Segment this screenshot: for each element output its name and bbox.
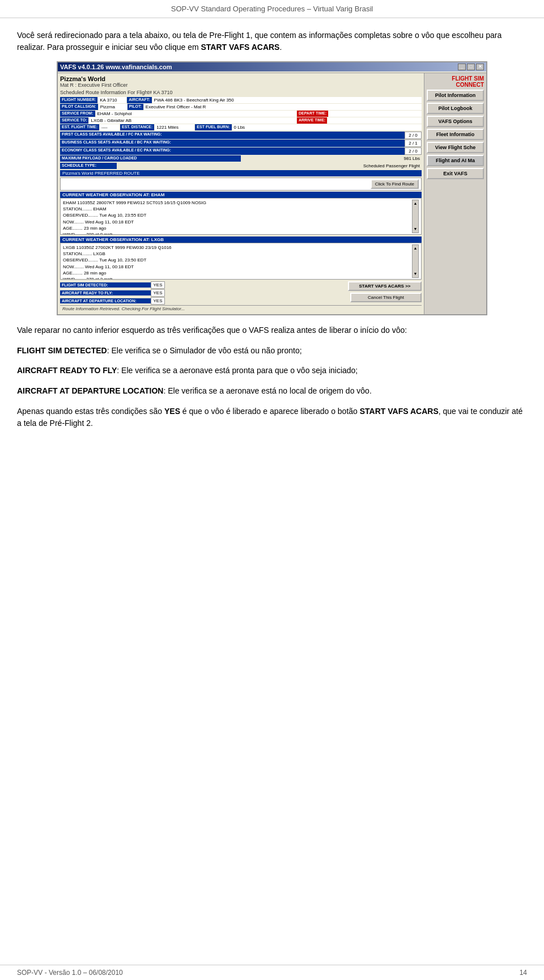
weather-lxgb-header: CURRENT WEATHER OBSERVATION AT: LXGB [60,236,422,243]
exit-vafs-button[interactable]: Exit VAFS [427,168,484,179]
est-flight-value: ---- [100,124,120,130]
header-title: SOP-VV Standard Operating Procedures – V… [171,5,373,13]
scroll-down-icon-2[interactable]: ▼ [413,271,418,277]
weather-lxgb-box: LXGB 110350Z 27002KT 9999 FEW030 23/19 Q… [60,243,422,280]
start-vafs-button[interactable]: START VAFS ACARS >> [348,281,422,291]
vafs-title-text: VAFS v4.0.1.26 www.vafinancials.com [60,64,172,70]
service-to-value: LXGB - Gibraltar AB [89,117,296,124]
user-name: Pizzma's World [60,75,422,82]
vafs-titlebar: VAFS v4.0.1.26 www.vafinancials.com _ □ … [58,62,486,71]
footer-right: 14 [520,969,527,977]
pilot-label: PILOT: [128,104,143,110]
find-route-button[interactable]: Click To Find Route [371,179,419,189]
weather-eham-text: EHAM 110355Z 28007KT 9999 FEW012 SCT015 … [63,200,412,233]
fleet-information-button[interactable]: Fleet Informatio [427,129,484,140]
flight-sim-check-row: FLIGHT SIM DETECTED: YES [60,281,346,289]
flight-number-value: KA 3710 [98,97,126,103]
aircraft-location-check-row: AIRCRAFT AT DEPARTURE LOCATION: YES [60,297,346,305]
service-from-value: EHAM - Schiphol [96,111,297,117]
route-box: Click To Find Route [60,178,422,191]
aircraft-ready-check-row: AIRCRAFT READY TO FLY: YES [60,289,346,297]
flight-info-title: Scheduled Route Information For Flight# … [60,90,422,95]
page-footer: SOP-VV - Versão 1.0 – 06/08/2010 14 [0,965,544,980]
aircraft-label: AIRCRAFT: [127,97,151,103]
pilot-information-button[interactable]: Pilot Information [427,90,484,101]
weather-lxgb-text: LXGB 110350Z 27002KT 9999 FEW030 23/19 Q… [63,244,412,278]
economy-class-value: 2 / 0 [405,147,422,155]
flight-sim-connect-label: FLIGHT SIM CONNECT [427,75,484,88]
service-to-label: SERVICE TO: [60,117,88,124]
aircraft-ready-check-value: YES [151,289,165,297]
est-flight-label: EST. FLIGHT TIME: [60,124,99,130]
maximize-button[interactable]: □ [467,64,475,70]
first-class-value: 2 / 0 [405,132,422,139]
business-class-label: BUSINESS CLASS SEATS AVAILABLE / BC PAX … [60,140,405,147]
depart-time-label: DEPART TIME: [297,111,328,117]
pilot-row: PILOT CALLSIGN: Pizzma PILOT: Executive … [60,104,422,110]
aircraft-location-check-value: YES [151,297,165,305]
pilot-logbook-button[interactable]: Pilot Logbook [427,103,484,114]
max-payload-value: 981 Lbs [241,155,422,162]
depart-time-value [329,111,422,117]
weather-eham-section: CURRENT WEATHER OBSERVATION AT: EHAM EHA… [60,192,422,235]
arrive-time-label: ARRIVE TIME: [297,117,327,124]
close-button[interactable]: ✕ [476,64,484,70]
body-section-aircraft-location: AIRCRAFT AT DEPARTURE LOCATION: Ele veri… [17,385,527,398]
economy-class-row: ECONOMY CLASS SEATS AVAILABLE / EC PAX W… [60,147,422,155]
intro-paragraph: Você será redirecionado para a tela abai… [17,29,527,53]
cancel-flight-button[interactable]: Cancel This Flight [350,293,422,302]
est-fuel-value: 0 Lbs [232,124,422,130]
pilot-callsign-value: Pizzma [99,104,127,110]
first-class-label: FIRST CLASS SEATS AVAILABLE / FC PAX WAI… [60,132,405,139]
vafs-body: Pizzma's World Mat R : Executive First O… [58,73,486,314]
pilot-callsign-label: PILOT CALLSIGN: [60,104,98,110]
first-class-row: FIRST CLASS SEATS AVAILABLE / FC PAX WAI… [60,132,422,139]
flight-number-label: FLIGHT NUMBER: [60,97,97,103]
titlebar-controls: _ □ ✕ [458,64,484,70]
footer-left: SOP-VV - Versão 1.0 – 06/08/2010 [17,969,123,977]
est-distance-value: 1221 Miles [155,124,194,130]
weather-eham-scrollbar[interactable]: ▲ ▼ [412,200,419,233]
weather-lxgb-scrollbar[interactable]: ▲ ▼ [412,244,419,278]
status-bar: Route Information Retrieved. Checking Fo… [60,305,422,312]
aircraft-location-check-label: AIRCRAFT AT DEPARTURE LOCATION: [60,298,151,303]
checks-section: FLIGHT SIM DETECTED: YES AIRCRAFT READY … [60,281,422,305]
weather-lxgb-section: CURRENT WEATHER OBSERVATION AT: LXGB LXG… [60,236,422,280]
flight-aircraft-row: FLIGHT NUMBER: KA 3710 AIRCRAFT: PWA 486… [60,97,422,103]
minimize-button[interactable]: _ [458,64,466,70]
page-header: SOP-VV Standard Operating Procedures – V… [0,0,544,18]
checks-left: FLIGHT SIM DETECTED: YES AIRCRAFT READY … [60,281,346,305]
user-role: Mat R : Executive First Officer [60,82,422,88]
body-section-flight-sim: FLIGHT SIM DETECTED: Ele verifica se o S… [17,345,527,357]
business-class-value: 2 / 1 [405,140,422,147]
pilot-value: Executive First Officer - Mat R [144,104,422,110]
max-payload-label: MAXIMUM PAYLOAD / CARGO LOADED [60,155,241,162]
vafs-main: Pizzma's World Mat R : Executive First O… [58,73,424,314]
schedule-type-row: SCHEDULE TYPE: Scheduled Passenger Fligh… [60,163,422,169]
schedule-type-label: SCHEDULE TYPE: [60,163,117,169]
vafs-options-button[interactable]: VAFS Options [427,116,484,127]
business-class-row: BUSINESS CLASS SEATS AVAILABLE / BC PAX … [60,140,422,147]
body-section-aircraft-ready: AIRCRAFT READY TO FLY: Ele verifica se a… [17,365,527,377]
body-section-1: Vale reparar no canto inferior esquerdo … [17,324,527,337]
weather-eham-box: EHAM 110355Z 28007KT 9999 FEW012 SCT015 … [60,198,422,235]
est-fuel-label: EST FUEL BURN: [195,124,231,130]
weather-eham-header: CURRENT WEATHER OBSERVATION AT: EHAM [60,192,422,198]
service-from-label: SERVICE FROM: [60,111,95,117]
economy-class-label: ECONOMY CLASS SEATS AVAILABLE / EC PAX W… [60,147,405,155]
aircraft-ready-check-label: AIRCRAFT READY TO FLY: [60,290,151,295]
scroll-up-icon-2[interactable]: ▲ [413,245,418,252]
flight-ai-map-button[interactable]: Flight and AI Ma [427,155,484,166]
vafs-window: VAFS v4.0.1.26 www.vafinancials.com _ □ … [57,61,487,315]
est-distance-label: EST. DISTANCE: [120,124,154,130]
aircraft-value: PWA 486 BK3 - Beechcraft King Air 350 [152,97,422,103]
arrive-time-value [328,117,422,124]
scroll-up-icon[interactable]: ▲ [413,200,418,207]
checks-right: START VAFS ACARS >> Cancel This Flight [348,281,422,302]
view-flight-schedule-button[interactable]: View Flight Sche [427,142,484,153]
content-area: Você será redirecionado para a tela abai… [0,24,544,443]
body-section-2: Apenas quando estas três condições são Y… [17,405,527,430]
schedule-type-value: Scheduled Passenger Flight [117,163,422,169]
preferred-route-bar: Pizzma's World PREFERRED ROUTE [60,170,422,176]
scroll-down-icon[interactable]: ▼ [413,226,418,233]
